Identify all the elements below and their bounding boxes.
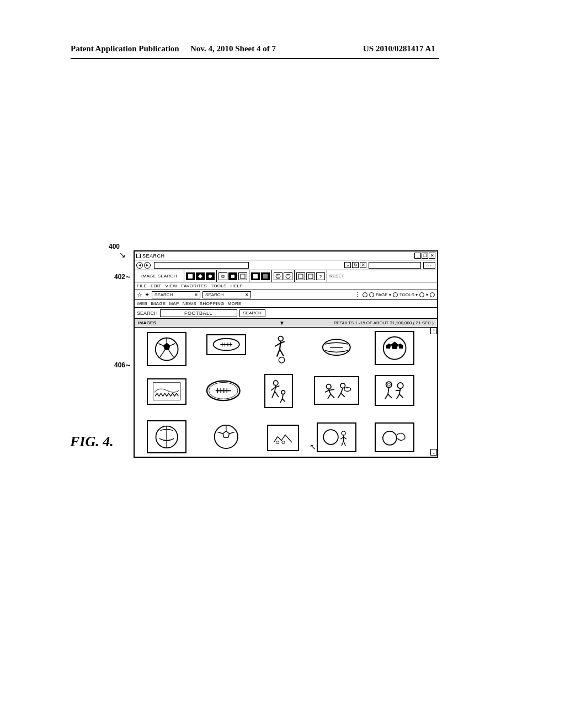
tool-dark-2-icon[interactable] <box>196 272 205 280</box>
tool-size-large-icon[interactable] <box>238 272 247 280</box>
tab-ctrl-3-icon[interactable] <box>393 292 398 297</box>
toolbar-label: IMAGE SEARCH <box>135 274 184 279</box>
thumb-soccer-ball-3[interactable] <box>147 420 186 453</box>
tool-size-med-icon[interactable] <box>228 272 237 280</box>
tool-a-icon[interactable] <box>296 272 305 280</box>
cat-image[interactable]: IMAGE <box>151 301 166 306</box>
reset-button[interactable]: RESET <box>327 270 347 282</box>
thumb-player-tackle-1[interactable] <box>264 374 293 408</box>
tool-color-2-icon[interactable] <box>261 272 270 280</box>
refresh-icon[interactable]: ↻ <box>352 262 359 268</box>
svg-point-43 <box>340 383 345 388</box>
tab-2-close-icon[interactable]: ✕ <box>245 292 249 297</box>
search-row: SEARCH FOOTBALL SEARCH <box>135 308 437 319</box>
menu-favorites[interactable]: FAVORITES <box>181 283 207 288</box>
svg-point-55 <box>383 431 397 445</box>
tool-face-2-icon[interactable] <box>284 272 292 280</box>
thumb-soccer-ball-1[interactable] <box>147 332 186 366</box>
minimize-button[interactable]: _ <box>414 253 421 259</box>
forward-button[interactable]: ▸ <box>144 262 151 269</box>
maximize-button[interactable]: ❐ <box>422 253 428 259</box>
tab-1[interactable]: SEARCH✕ <box>152 291 200 298</box>
toolbar-group-2 <box>216 270 249 282</box>
back-button[interactable]: ◂ <box>136 262 143 269</box>
tool-dark-3-icon[interactable] <box>206 272 215 280</box>
results-heading: IMAGES <box>138 320 156 325</box>
menu-file[interactable]: FILE <box>137 283 147 288</box>
menu-help[interactable]: HELP <box>231 283 243 288</box>
go-button[interactable]: ⌕ ▸ <box>423 262 435 269</box>
scroll-up-icon[interactable]: ⌃ <box>430 328 437 334</box>
tab-2[interactable]: SEARCH✕ <box>202 291 251 298</box>
svg-point-47 <box>397 383 403 388</box>
tool-help-icon[interactable]: ? <box>316 272 325 280</box>
tab-ctrl-4-icon[interactable] <box>419 292 424 297</box>
menu-tools[interactable]: TOOLS <box>211 283 226 288</box>
cat-shopping[interactable]: SHOPPING <box>200 301 225 306</box>
svg-point-7 <box>276 274 280 279</box>
thumb-american-football-2[interactable] <box>317 333 356 362</box>
svg-rect-5 <box>253 274 258 279</box>
tab-ctrl-2-icon[interactable] <box>369 292 374 297</box>
thumb-american-football-1[interactable] <box>206 334 246 355</box>
tool-size-small-icon[interactable] <box>218 272 227 280</box>
star-outline-icon[interactable]: ☆ <box>137 291 142 298</box>
ref-406: 406∼ <box>114 361 131 369</box>
svg-marker-17 <box>163 342 170 350</box>
tab-row: ☆ ✦ SEARCH✕ SEARCH✕ ⋮ PAGE ▾ TOOLS ▾ ▾ <box>135 290 437 300</box>
category-row: WEB IMAGE MAP NEWS SHOPPING MORE <box>135 300 437 308</box>
thumb-stadium-crowd[interactable] <box>147 378 186 405</box>
nav-row: ◂ ▸ ⌄ ↻ ✕ ⌕ ▸ <box>135 260 437 270</box>
thumb-player-running[interactable] <box>267 331 292 367</box>
page-menu[interactable]: PAGE ▾ <box>376 292 391 297</box>
address-dropdown-icon[interactable]: ⌄ <box>344 262 351 268</box>
menu-edit[interactable]: EDIT <box>151 283 161 288</box>
tools-menu[interactable]: TOOLS ▾ <box>399 292 418 297</box>
cat-news[interactable]: NEWS <box>183 301 196 306</box>
thumb-ball-smoke[interactable] <box>375 422 414 452</box>
thumb-soccer-ball-2[interactable] <box>375 331 414 365</box>
thumb-ball-player[interactable] <box>317 422 356 452</box>
thumb-scene-1[interactable] <box>267 425 299 451</box>
tool-color-1-icon[interactable] <box>251 272 260 280</box>
cat-map[interactable]: MAP <box>169 301 179 306</box>
header-patent-number: US 2010/0281417 A1 <box>363 44 435 53</box>
tool-b-icon[interactable] <box>306 272 315 280</box>
ref-400-arrow: ↘ <box>119 250 126 260</box>
menu-view[interactable]: VIEW <box>166 283 178 288</box>
svg-point-9 <box>279 275 279 276</box>
svg-marker-31 <box>398 344 403 349</box>
tab-extra-dropdown[interactable]: ▾ <box>426 292 428 297</box>
svg-point-12 <box>289 275 289 276</box>
address-bar[interactable] <box>154 262 249 269</box>
tab-ctrl-5-icon[interactable] <box>430 292 435 297</box>
stop-icon[interactable]: ✕ <box>360 262 366 268</box>
tab-ctrl-1-icon[interactable] <box>363 292 367 297</box>
ref-400: 400 <box>109 243 120 250</box>
tool-dark-1-icon[interactable] <box>186 272 195 280</box>
thumb-players-tackle-2[interactable] <box>314 376 359 405</box>
thumb-players-tackle-3[interactable] <box>375 375 414 406</box>
cat-more[interactable]: MORE <box>228 301 242 306</box>
close-button[interactable]: ✕ <box>429 253 435 259</box>
figure-label: FIG. 4. <box>70 433 114 450</box>
svg-point-46 <box>387 383 390 386</box>
tool-face-1-icon[interactable] <box>274 272 282 280</box>
svg-rect-32 <box>153 383 180 400</box>
star-filled-icon[interactable]: ✦ <box>145 291 150 298</box>
svg-point-40 <box>273 381 278 385</box>
scroll-down-icon[interactable]: ⌄ <box>430 449 437 456</box>
quick-search-input[interactable] <box>369 262 421 269</box>
svg-point-53 <box>323 430 338 445</box>
tab-1-close-icon[interactable]: ✕ <box>194 292 198 297</box>
search-button[interactable]: SEARCH <box>239 309 265 317</box>
cat-web[interactable]: WEB <box>137 301 147 306</box>
thumb-american-football-3[interactable] <box>201 375 246 406</box>
results-dropdown-icon[interactable]: ▼ <box>279 320 285 326</box>
toolbar-group-5: ? <box>294 270 327 282</box>
tab-menu-icon[interactable]: ⋮ <box>354 291 360 298</box>
svg-marker-29 <box>391 341 398 349</box>
thumb-soccer-ball-4[interactable] <box>206 420 246 453</box>
search-input[interactable]: FOOTBALL <box>160 309 237 317</box>
svg-rect-4 <box>241 274 245 279</box>
